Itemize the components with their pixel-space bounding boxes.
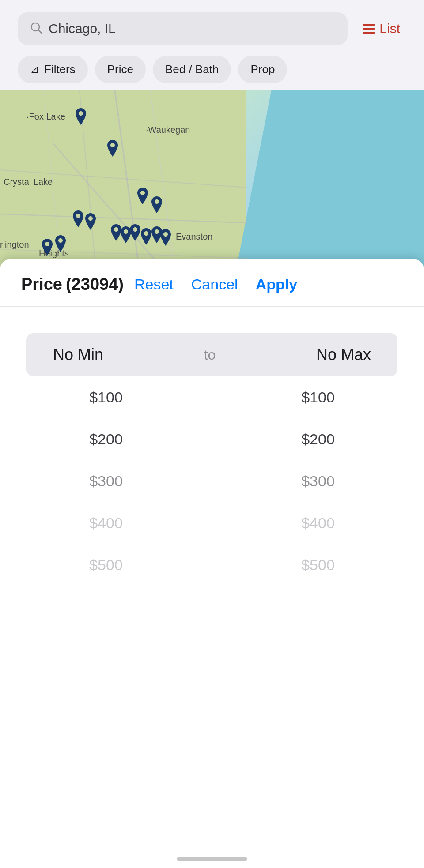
filter-chips: ⊿ Filters Price Bed / Bath Prop bbox=[0, 52, 424, 90]
chip-bed-bath-label: Bed / Bath bbox=[165, 63, 219, 76]
home-indicator bbox=[177, 857, 247, 861]
max-price-column: $100 $200 $300 $400 $500 bbox=[212, 376, 424, 586]
map-pin-13[interactable] bbox=[54, 235, 67, 252]
filter-icon: ⊿ bbox=[30, 63, 40, 76]
map-pin-4[interactable] bbox=[150, 196, 163, 213]
search-icon bbox=[30, 22, 42, 36]
map-label-fox-lake: ·Fox Lake bbox=[26, 112, 65, 122]
sheet-header: Price (23094) Reset Cancel Apply bbox=[0, 259, 424, 307]
min-option-500[interactable]: $500 bbox=[0, 544, 212, 586]
max-option-500[interactable]: $500 bbox=[212, 544, 424, 586]
min-option-400[interactable]: $400 bbox=[0, 502, 212, 544]
chip-price-label: Price bbox=[107, 63, 133, 76]
price-picker: No Min to No Max $100 $200 $300 $400 $50… bbox=[0, 307, 424, 586]
map-pin-14[interactable] bbox=[41, 239, 54, 256]
map-pin-3[interactable] bbox=[136, 188, 149, 204]
search-value: Chicago, IL bbox=[49, 21, 116, 36]
cancel-button[interactable]: Cancel bbox=[191, 276, 238, 293]
chip-bed-bath[interactable]: Bed / Bath bbox=[153, 56, 231, 83]
separator-label: to bbox=[204, 347, 216, 363]
map-pin-6[interactable] bbox=[72, 210, 85, 227]
list-button[interactable]: List bbox=[356, 17, 406, 41]
map-pin-1[interactable] bbox=[74, 108, 87, 125]
map-label-evanston: Evanston bbox=[176, 232, 212, 242]
map-pin-2[interactable] bbox=[106, 140, 119, 157]
max-option-400[interactable]: $400 bbox=[212, 502, 424, 544]
min-selected-label: No Min bbox=[53, 346, 103, 364]
bottom-sheet: Price (23094) Reset Cancel Apply No Min … bbox=[0, 259, 424, 868]
max-selected-label: No Max bbox=[316, 346, 371, 364]
reset-button[interactable]: Reset bbox=[134, 276, 174, 293]
max-option-300[interactable]: $300 bbox=[212, 460, 424, 502]
list-label: List bbox=[379, 21, 400, 36]
map-pin-12[interactable] bbox=[159, 229, 172, 246]
min-price-column: $100 $200 $300 $400 $500 bbox=[0, 376, 212, 586]
map-label-crystal-lake: Crystal Lake bbox=[4, 177, 53, 187]
svg-line-6 bbox=[0, 249, 247, 258]
min-option-300[interactable]: $300 bbox=[0, 460, 212, 502]
list-icon bbox=[363, 24, 375, 34]
chip-price[interactable]: Price bbox=[95, 56, 146, 83]
map-pin-5[interactable] bbox=[84, 213, 97, 230]
chip-prop-label: Prop bbox=[250, 63, 275, 76]
map[interactable]: ·Fox Lake ·Waukegan Crystal Lake Evansto… bbox=[0, 90, 424, 285]
apply-button[interactable]: Apply bbox=[256, 276, 297, 293]
max-option-100[interactable]: $100 bbox=[212, 376, 424, 418]
sheet-count: (23094) bbox=[66, 275, 124, 294]
map-label-waukegan: ·Waukegan bbox=[146, 125, 190, 135]
top-bar: Chicago, IL List bbox=[0, 0, 424, 52]
svg-line-1 bbox=[38, 30, 42, 33]
svg-line-5 bbox=[0, 214, 247, 223]
search-box[interactable]: Chicago, IL bbox=[18, 12, 348, 45]
selected-price-row: No Min to No Max bbox=[26, 333, 398, 376]
sheet-title: Price bbox=[21, 275, 62, 294]
map-label-rlington: rlington bbox=[0, 240, 29, 250]
chip-filters-label: Filters bbox=[44, 63, 76, 76]
price-columns: $100 $200 $300 $400 $500 $100 $200 $300 … bbox=[0, 376, 424, 586]
chip-prop[interactable]: Prop bbox=[238, 56, 287, 83]
min-option-100[interactable]: $100 bbox=[0, 376, 212, 418]
chip-filters[interactable]: ⊿ Filters bbox=[18, 56, 88, 83]
max-option-200[interactable]: $200 bbox=[212, 418, 424, 460]
min-option-200[interactable]: $200 bbox=[0, 418, 212, 460]
